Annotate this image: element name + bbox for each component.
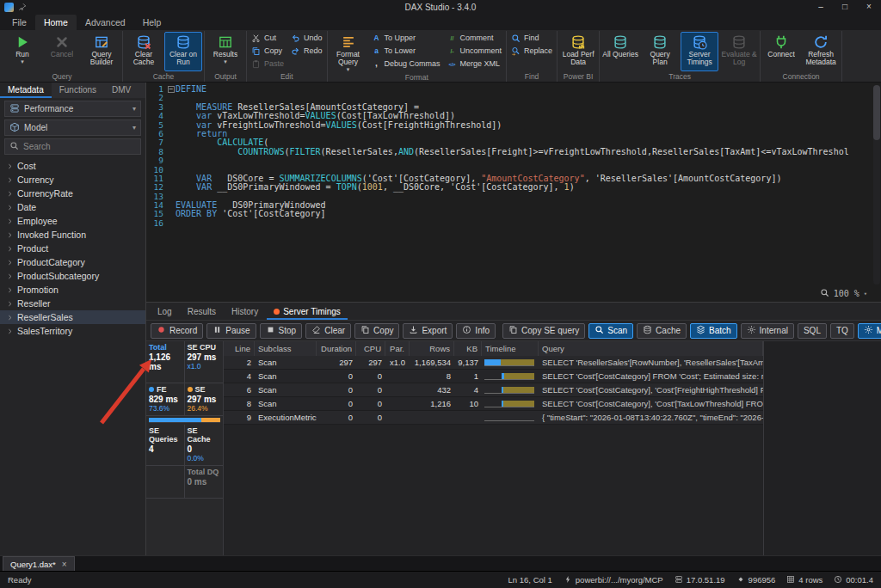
- chevron-right-icon[interactable]: [6, 314, 15, 322]
- column-header-par[interactable]: Par.: [385, 341, 410, 356]
- editor-scrollbar[interactable]: [873, 85, 880, 285]
- batch-button[interactable]: Batch: [690, 323, 737, 339]
- chevron-right-icon[interactable]: [6, 162, 15, 170]
- undo-button[interactable]: Undo: [288, 32, 325, 44]
- cut-button[interactable]: Cut: [249, 32, 286, 44]
- to-lower-button[interactable]: aTo Lower: [369, 45, 443, 57]
- close-tab-icon[interactable]: ×: [62, 560, 67, 569]
- debug-commas-button[interactable]: ,Debug Commas: [369, 58, 443, 70]
- copy-se-query-button[interactable]: Copy SE query: [502, 323, 585, 339]
- clear-button[interactable]: Clear: [305, 323, 351, 339]
- chevron-right-icon[interactable]: [6, 273, 15, 280]
- query-plan-button[interactable]: Query Plan: [641, 32, 679, 71]
- sidebar-item-reseller[interactable]: Reseller: [0, 297, 145, 310]
- load-perf-data-button[interactable]: Load Perf Data: [559, 32, 597, 71]
- sidebar-item-salesterritory[interactable]: SalesTerritory: [0, 324, 145, 338]
- sidebar-item-currency[interactable]: Currency: [0, 173, 145, 187]
- selector-model[interactable]: Model▾: [4, 119, 141, 136]
- table-row[interactable]: 6Scan004324SELECT 'Cost'[CostCategory], …: [224, 383, 763, 397]
- run-button[interactable]: Run▾: [3, 32, 41, 71]
- paste-button[interactable]: Paste: [249, 58, 286, 70]
- sidebar-item-date[interactable]: Date: [0, 200, 145, 214]
- table-row[interactable]: 9ExecutionMetrics00{ "timeStart": "2026-…: [224, 411, 763, 425]
- sidebar-item-productcategory[interactable]: ProductCategory: [0, 255, 145, 269]
- refresh-metadata-button[interactable]: Refresh Metadata: [802, 32, 840, 71]
- tab-functions[interactable]: Functions: [52, 83, 104, 98]
- chevron-right-icon[interactable]: [6, 328, 15, 335]
- ribbon-tab-help[interactable]: Help: [134, 15, 170, 30]
- tab-metadata[interactable]: Metadata: [0, 83, 52, 98]
- chevron-right-icon[interactable]: [6, 245, 15, 253]
- chevron-right-icon[interactable]: [6, 176, 15, 184]
- format-query-button[interactable]: Format Query▾: [330, 32, 367, 73]
- pause-button[interactable]: Pause: [206, 323, 256, 339]
- tab-history[interactable]: History: [225, 303, 265, 320]
- comment-button[interactable]: //Comment: [445, 32, 505, 44]
- sidebar-item-currencyrate[interactable]: CurrencyRate: [0, 187, 145, 200]
- tab-results[interactable]: Results: [181, 303, 223, 320]
- column-header-kb[interactable]: KB: [454, 341, 482, 356]
- ribbon-tab-home[interactable]: Home: [35, 15, 77, 30]
- chevron-right-icon[interactable]: [6, 217, 15, 225]
- tab-log[interactable]: Log: [151, 303, 179, 320]
- table-row[interactable]: 2Scan297297x1.01,169,5349,137SELECT 'Res…: [224, 356, 763, 370]
- cancel-button[interactable]: Cancel: [43, 32, 81, 71]
- clear-cache-button[interactable]: Clear Cache: [125, 32, 163, 71]
- zoom-control[interactable]: 100 % ▾: [820, 288, 867, 299]
- chevron-right-icon[interactable]: [6, 190, 15, 198]
- sidebar-item-invoked-function[interactable]: Invoked Function: [0, 228, 145, 242]
- connect-button[interactable]: Connect: [762, 32, 800, 71]
- column-header-rows[interactable]: Rows: [410, 341, 454, 356]
- tab-server-timings[interactable]: Server Timings: [267, 303, 348, 320]
- sidebar-item-resellersales[interactable]: ResellerSales: [0, 310, 145, 324]
- column-header-line[interactable]: Line: [224, 341, 255, 356]
- to-upper-button[interactable]: ATo Upper: [369, 32, 443, 44]
- chevron-right-icon[interactable]: [6, 300, 15, 308]
- clear-on-run-button[interactable]: Clear on Run: [164, 32, 202, 71]
- scan-button[interactable]: Scan: [588, 323, 633, 339]
- all-queries-button[interactable]: All Queries: [601, 32, 639, 71]
- merge-xml-button[interactable]: </>Merge XML: [445, 58, 505, 70]
- sidebar-item-productsubcategory[interactable]: ProductSubcategory: [0, 269, 145, 283]
- replace-button[interactable]: Replace: [508, 45, 555, 57]
- results-button[interactable]: Results▾: [206, 32, 244, 71]
- table-row[interactable]: 4Scan0081SELECT 'Cost'[CostCategory] FRO…: [224, 370, 763, 383]
- export-button[interactable]: Export: [403, 323, 453, 339]
- sidebar-item-promotion[interactable]: Promotion: [0, 283, 145, 297]
- dax-editor[interactable]: 1−DEFINE23 MEASURE ResellerSales[AmountC…: [146, 83, 881, 302]
- uncomment-button[interactable]: /-Uncomment: [445, 45, 505, 57]
- search-input[interactable]: [23, 142, 137, 151]
- sidebar-item-employee[interactable]: Employee: [0, 214, 145, 228]
- zoom-level[interactable]: 100 %: [834, 289, 859, 298]
- query-builder-button[interactable]: Query Builder: [83, 32, 120, 71]
- find-button[interactable]: Find: [508, 32, 555, 44]
- scrollbar-thumb[interactable]: [873, 85, 880, 140]
- column-header-cpu[interactable]: CPU: [356, 341, 385, 356]
- tq-button[interactable]: TQ: [830, 323, 854, 339]
- record-button[interactable]: Record: [151, 323, 203, 339]
- maximize-button[interactable]: □: [833, 0, 857, 15]
- table-row[interactable]: 8Scan001,21610SELECT 'Cost'[CostCategory…: [224, 397, 763, 411]
- column-header-timeline[interactable]: Timeline: [482, 341, 539, 356]
- tab-dmv[interactable]: DMV: [104, 83, 139, 98]
- sql-button[interactable]: SQL: [798, 323, 827, 339]
- sidebar-item-cost[interactable]: Cost: [0, 159, 145, 173]
- selector-performance[interactable]: Performance▾: [4, 101, 141, 117]
- pin-icon[interactable]: [18, 3, 27, 13]
- cache-button[interactable]: Cache: [637, 323, 687, 339]
- chevron-right-icon[interactable]: [6, 204, 15, 211]
- copy-button[interactable]: Copy: [354, 323, 399, 339]
- minimize-button[interactable]: –: [809, 0, 833, 15]
- column-header-query[interactable]: Query: [539, 341, 763, 356]
- close-button[interactable]: ×: [857, 0, 881, 15]
- metrics-button[interactable]: Metrics: [858, 323, 881, 339]
- search-box[interactable]: [4, 138, 141, 155]
- internal-button[interactable]: Internal: [741, 323, 794, 339]
- copy-button[interactable]: Copy: [249, 45, 286, 57]
- column-header-subclass[interactable]: Subclass: [255, 341, 317, 356]
- server-timings-button[interactable]: Server Timings: [681, 32, 718, 71]
- ribbon-tab-file[interactable]: File: [3, 15, 35, 30]
- sidebar-item-product[interactable]: Product: [0, 242, 145, 255]
- chevron-right-icon[interactable]: [6, 231, 15, 239]
- redo-button[interactable]: Redo: [288, 45, 325, 57]
